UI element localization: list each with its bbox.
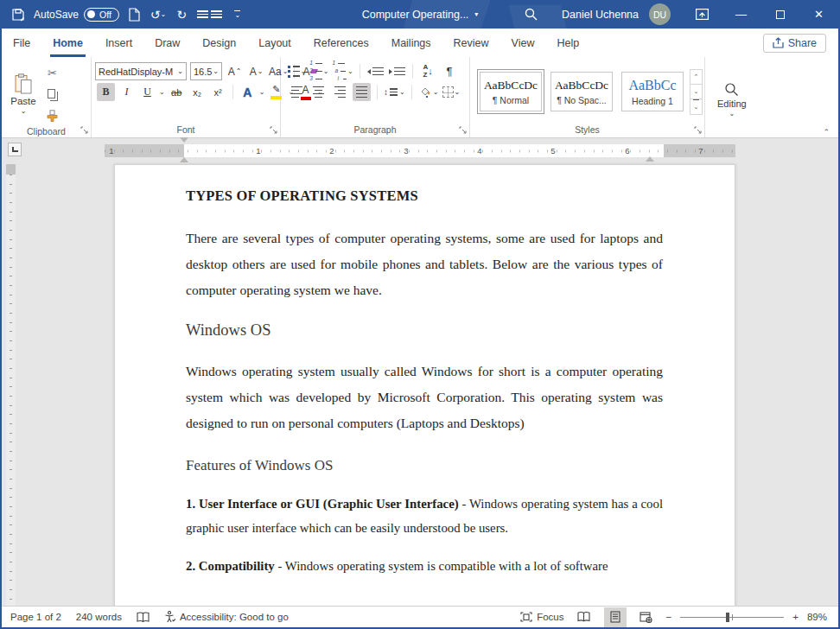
multilevel-list-button[interactable]: 1 a i ⌄	[332, 62, 353, 80]
zoom-level[interactable]: 89%	[807, 612, 827, 622]
text-effects-dropdown-icon[interactable]: ⌄	[259, 89, 265, 96]
document-page[interactable]: TYPES OF OPERATING SYSTEMS There are sev…	[114, 164, 735, 606]
customize-qat-icon[interactable]: ⌄	[230, 5, 245, 24]
tab-mailings[interactable]: Mailings	[380, 29, 442, 57]
show-paragraph-marks-button[interactable]: ¶	[441, 62, 459, 80]
doc-heading-types[interactable]: TYPES OF OPERATING SYSTEMS	[186, 187, 663, 205]
proofing-icon[interactable]	[137, 612, 150, 623]
redo-button[interactable]: ↻	[174, 5, 189, 24]
numbering-button[interactable]: 1 2 3 ⌄	[309, 62, 328, 80]
vertical-ruler[interactable]	[6, 164, 16, 606]
hanging-indent-marker[interactable]	[180, 143, 188, 158]
close-button[interactable]: ✕	[799, 0, 838, 29]
doc-heading-features[interactable]: Features of Windows OS	[186, 457, 663, 474]
focus-mode-button[interactable]: Focus	[520, 612, 563, 622]
font-size-combo[interactable]: 16.5 ⌄	[190, 62, 222, 80]
font-dialog-launcher-icon[interactable]	[270, 126, 277, 134]
paste-button[interactable]: Paste ⌄	[5, 60, 41, 125]
maximize-button[interactable]	[760, 0, 799, 29]
align-right-button[interactable]	[331, 83, 349, 101]
line-spacing-button[interactable]: ↕⌄	[384, 83, 405, 101]
doc-feature-2[interactable]: 2. Compatibility - Windows operating sys…	[186, 555, 663, 579]
tab-insert[interactable]: Insert	[94, 29, 143, 57]
shrink-font-button[interactable]: A⌄	[247, 62, 265, 80]
doc-paragraph-intro[interactable]: There are several types of computer oper…	[186, 226, 663, 303]
web-layout-button[interactable]	[635, 607, 658, 627]
style-heading1[interactable]: AaBbCc Heading 1	[619, 69, 686, 114]
new-document-icon[interactable]	[127, 5, 143, 24]
underline-dropdown-icon[interactable]: ⌄	[159, 89, 165, 96]
zoom-out-icon[interactable]: −	[666, 612, 672, 622]
tab-draw[interactable]: Draw	[143, 29, 191, 57]
tab-file[interactable]: File	[2, 29, 41, 57]
user-name[interactable]: Daniel Uchenna	[562, 9, 639, 21]
tab-review[interactable]: Review	[442, 29, 500, 57]
font-name-combo[interactable]: RedHatDisplay-M ⌄	[95, 62, 187, 80]
style-normal[interactable]: AaBbCcDc ¶ Normal	[477, 69, 544, 114]
tab-references[interactable]: References	[302, 29, 380, 57]
subscript-button[interactable]: x₂	[188, 83, 207, 101]
bullets-button[interactable]: ⌄	[288, 62, 306, 80]
clipboard-dialog-launcher-icon[interactable]	[80, 126, 88, 134]
doc-paragraph-windows[interactable]: Windows operating system usually called …	[186, 359, 663, 436]
doc-feature-1[interactable]: 1. User Interface or GUI (Graphic User I…	[186, 492, 663, 540]
zoom-in-icon[interactable]: +	[792, 612, 799, 622]
increase-indent-button[interactable]	[388, 62, 406, 80]
align-left-button[interactable]	[288, 83, 306, 101]
tab-stop-selector[interactable]	[8, 143, 22, 156]
style-name: ¶ No Spac...	[557, 95, 607, 105]
tab-view[interactable]: View	[500, 29, 546, 57]
document-content[interactable]: TYPES OF OPERATING SYSTEMS There are sev…	[115, 165, 735, 579]
zoom-slider[interactable]	[680, 617, 784, 618]
save-icon[interactable]	[10, 5, 26, 24]
cut-icon[interactable]: ✂	[43, 64, 61, 82]
underline-button[interactable]: U	[138, 83, 156, 101]
tab-help[interactable]: Help	[545, 29, 590, 57]
read-mode-button[interactable]	[573, 607, 595, 627]
autosave-toggle[interactable]: AutoSave Off	[34, 8, 119, 22]
align-center-button[interactable]	[309, 83, 328, 101]
word-count[interactable]: 240 words	[76, 612, 122, 622]
accessibility-status[interactable]: Accessibility: Good to go	[164, 611, 289, 623]
styles-scroll-up-icon[interactable]: ⌃	[690, 70, 702, 85]
autosave-switch[interactable]: Off	[84, 8, 119, 22]
styles-more-icon[interactable]: ⌄	[690, 99, 702, 114]
borders-button[interactable]: ⌄	[442, 83, 460, 101]
styles-scroll-down-icon[interactable]: ⌄	[690, 85, 702, 99]
tab-design[interactable]: Design	[191, 29, 247, 57]
bullets-qat-button[interactable]	[197, 5, 222, 24]
styles-dialog-launcher-icon[interactable]	[694, 126, 702, 134]
undo-button[interactable]: ↺ ⌄	[150, 5, 166, 24]
tab-home[interactable]: Home	[41, 29, 94, 57]
text-effects-button[interactable]: A	[239, 83, 257, 101]
grow-font-button[interactable]: A⌃	[226, 62, 244, 80]
doc-heading-windows-os[interactable]: Windows OS	[186, 321, 663, 340]
decrease-indent-button[interactable]	[366, 62, 385, 80]
share-button[interactable]: Share	[763, 34, 826, 53]
shading-button[interactable]: ⌄	[418, 83, 439, 101]
page-indicator[interactable]: Page 1 of 2	[10, 612, 61, 622]
title-dropdown-icon[interactable]: ▾	[474, 10, 478, 18]
editing-button[interactable]: Editing ⌄	[709, 60, 755, 137]
right-indent-marker[interactable]	[646, 142, 654, 157]
italic-button[interactable]: I	[118, 83, 136, 101]
minimize-button[interactable]: —	[722, 0, 760, 29]
undo-dropdown-icon[interactable]: ⌄	[161, 11, 167, 18]
superscript-button[interactable]: x²	[209, 83, 227, 101]
paste-dropdown-icon[interactable]: ⌄	[21, 108, 27, 115]
copy-icon[interactable]	[43, 86, 61, 104]
strikethrough-button[interactable]: ab	[168, 83, 186, 101]
collapse-ribbon-icon[interactable]: ⌃	[823, 128, 830, 137]
sort-button[interactable]: AZ↓	[419, 62, 437, 80]
zoom-slider-thumb[interactable]	[726, 613, 729, 622]
print-layout-button[interactable]	[604, 607, 627, 627]
ribbon-display-options-icon[interactable]	[683, 0, 722, 29]
avatar[interactable]: DU	[649, 3, 671, 25]
tab-layout[interactable]: Layout	[247, 29, 302, 57]
search-icon[interactable]	[525, 8, 538, 21]
paragraph-dialog-launcher-icon[interactable]	[459, 126, 467, 134]
justify-button[interactable]	[353, 83, 371, 101]
bold-button[interactable]: B	[97, 83, 115, 101]
style-no-spacing[interactable]: AaBbCcDc ¶ No Spac...	[548, 69, 615, 114]
format-painter-icon[interactable]	[43, 107, 61, 125]
